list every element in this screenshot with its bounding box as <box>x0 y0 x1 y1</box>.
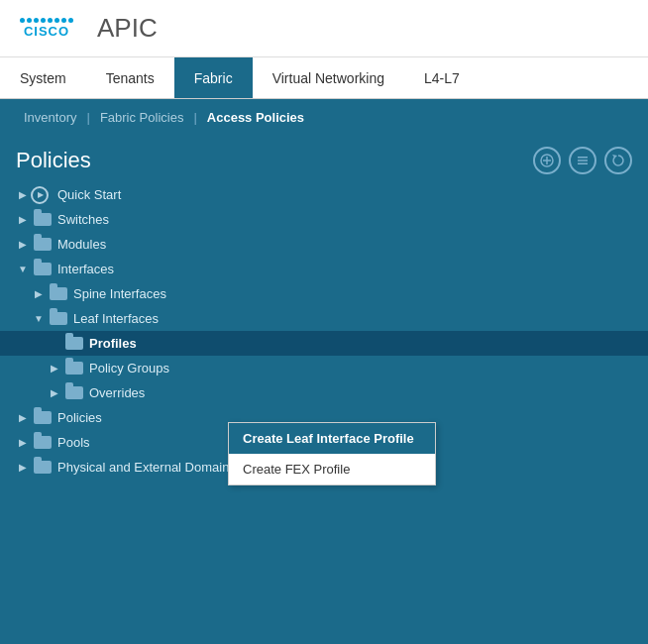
context-menu: Create Leaf Interface Profile Create FEX… <box>228 422 436 485</box>
cisco-dots <box>20 18 73 23</box>
tree-item-interfaces[interactable]: ▼ Interfaces <box>0 257 648 281</box>
context-menu-create-fex[interactable]: Create FEX Profile <box>229 454 435 484</box>
folder-icon <box>34 213 52 227</box>
tree-item-modules[interactable]: ▶ Modules <box>0 232 648 257</box>
svg-rect-5 <box>578 163 588 165</box>
chevron-right-icon: ▶ <box>16 238 30 252</box>
svg-rect-3 <box>578 157 588 159</box>
tree-item-policy-groups[interactable]: ▶ Policy Groups <box>0 356 648 380</box>
spine-interfaces-label: Spine Interfaces <box>73 286 166 301</box>
svg-rect-4 <box>578 160 588 161</box>
policy-groups-label: Policy Groups <box>89 361 169 376</box>
overrides-label: Overrides <box>89 385 145 400</box>
list-icon[interactable] <box>569 147 596 174</box>
app-header: CISCO APIC <box>0 0 648 57</box>
folder-icon <box>65 386 83 400</box>
start-circle-icon <box>34 188 52 202</box>
chevron-right-icon: ▶ <box>32 287 46 301</box>
tree-item-profiles[interactable]: ▶ Profiles <box>0 331 648 356</box>
tree-item-spine-interfaces[interactable]: ▶ Spine Interfaces <box>0 281 648 306</box>
chevron-down-icon: ▼ <box>32 312 46 326</box>
tree-item-leaf-interfaces[interactable]: ▼ Leaf Interfaces <box>0 306 648 331</box>
tree-item-switches[interactable]: ▶ Switches <box>0 207 648 232</box>
profiles-label: Profiles <box>89 336 137 351</box>
section-title: Policies <box>16 148 91 173</box>
leaf-interfaces-label: Leaf Interfaces <box>73 311 159 326</box>
folder-icon <box>34 461 52 475</box>
cisco-logo: CISCO <box>20 18 73 39</box>
toolbar-icons <box>533 147 632 174</box>
sub-nav-sep-1: | <box>86 110 89 125</box>
chevron-right-icon: ▶ <box>48 386 61 400</box>
folder-icon <box>34 238 52 252</box>
policy-tree: ▶ Quick Start ▶ Switches ▶ Modules ▼ Int… <box>0 182 648 644</box>
folder-icon <box>50 287 67 301</box>
nav-tabs: System Tenants Fabric Virtual Networking… <box>0 57 648 99</box>
tree-item-quick-start[interactable]: ▶ Quick Start <box>0 182 648 207</box>
tree-item-overrides[interactable]: ▶ Overrides <box>0 380 648 405</box>
folder-icon <box>65 362 83 376</box>
refresh-icon[interactable] <box>604 147 632 174</box>
cisco-text: CISCO <box>24 24 69 39</box>
folder-icon <box>34 411 52 425</box>
pools-label: Pools <box>57 435 90 450</box>
chevron-right-icon: ▶ <box>16 213 30 227</box>
app-title: APIC <box>97 13 158 44</box>
physical-external-label: Physical and External Domains <box>57 460 236 475</box>
interfaces-label: Interfaces <box>57 262 114 276</box>
folder-icon <box>50 312 67 326</box>
modules-label: Modules <box>57 237 106 252</box>
chevron-down-icon: ▼ <box>16 263 30 276</box>
chevron-right-icon: ▶ <box>16 411 30 425</box>
chevron-right-icon: ▶ <box>16 436 30 450</box>
tab-tenants[interactable]: Tenants <box>86 57 174 98</box>
sub-nav-sep-2: | <box>193 110 196 125</box>
tab-fabric[interactable]: Fabric <box>174 57 253 98</box>
quick-start-label: Quick Start <box>57 187 121 202</box>
tab-l4l7[interactable]: L4-L7 <box>404 57 480 98</box>
folder-icon <box>65 337 83 351</box>
tab-system[interactable]: System <box>0 57 86 98</box>
subnav-access-policies[interactable]: Access Policies <box>203 110 308 125</box>
folder-icon <box>34 263 52 276</box>
policies-label: Policies <box>57 410 102 425</box>
chevron-right-icon: ▶ <box>16 461 30 475</box>
subnav-fabric-policies[interactable]: Fabric Policies <box>96 110 188 125</box>
subnav-inventory[interactable]: Inventory <box>20 110 80 125</box>
sub-nav: Inventory | Fabric Policies | Access Pol… <box>0 99 648 135</box>
switches-label: Switches <box>57 212 109 227</box>
main-content: Policies <box>0 135 648 644</box>
tab-virtual-networking[interactable]: Virtual Networking <box>253 57 404 98</box>
chevron-right-icon: ▶ <box>16 188 30 202</box>
context-menu-create-leaf[interactable]: Create Leaf Interface Profile <box>229 423 435 454</box>
sort-icon[interactable] <box>533 147 561 174</box>
policies-header: Policies <box>0 135 648 182</box>
folder-icon <box>34 436 52 450</box>
chevron-right-icon: ▶ <box>48 362 61 376</box>
